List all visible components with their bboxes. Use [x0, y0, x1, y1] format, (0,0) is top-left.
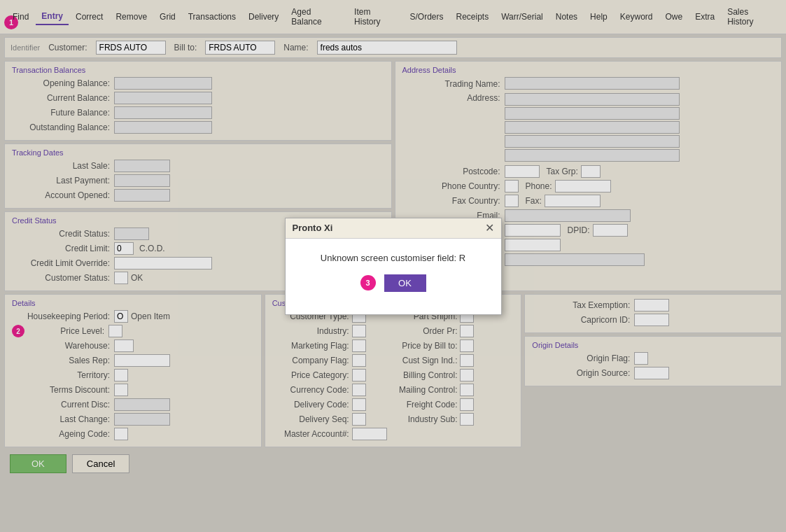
modal-message: Unknown screen customiser field: R [297, 253, 490, 263]
modal-footer: 3 OK [297, 274, 490, 303]
modal-ok-button[interactable]: OK [384, 274, 426, 292]
modal-overlay: Pronto Xi ✕ Unknown screen customiser fi… [0, 0, 786, 480]
badge-3: 3 [360, 275, 376, 290]
modal-title: Pronto Xi [293, 223, 333, 233]
modal-header: Pronto Xi ✕ [286, 218, 501, 239]
modal-close-button[interactable]: ✕ [485, 223, 494, 234]
modal-body: Unknown screen customiser field: R 3 OK [286, 239, 501, 314]
modal-dialog: Pronto Xi ✕ Unknown screen customiser fi… [285, 218, 502, 315]
